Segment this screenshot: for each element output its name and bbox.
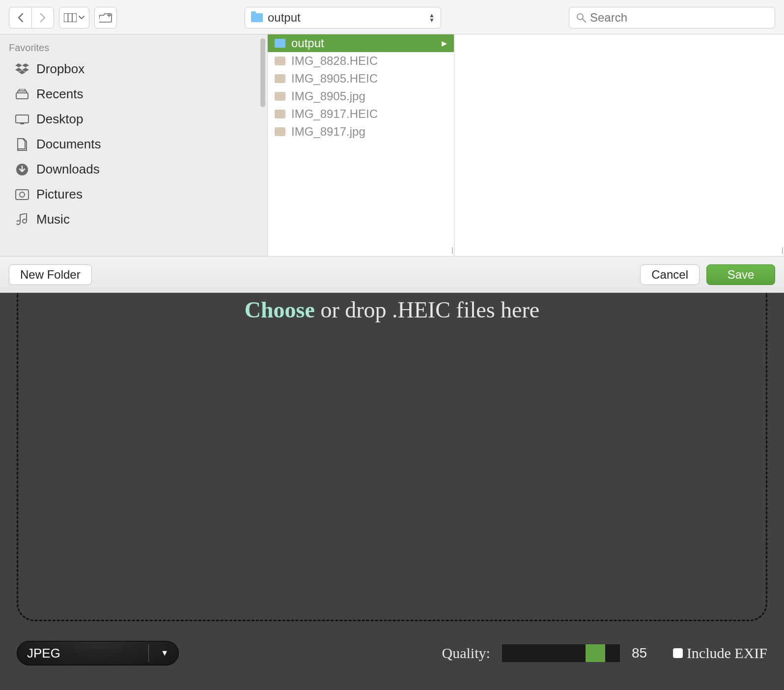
chevron-down-icon: ▼ [161,649,168,658]
preview-resize-grip[interactable]: || [782,246,782,254]
sidebar: Favorites DropboxRecentsDesktopDocuments… [0,34,268,256]
chevron-right-icon [39,13,46,23]
folder-icon [251,13,263,22]
file-thumbnail-icon [275,110,285,118]
search-icon [576,13,586,23]
back-button[interactable] [9,7,31,29]
format-label: JPEG [27,646,60,661]
file-thumbnail-icon [275,127,285,136]
svg-rect-9 [19,89,25,91]
svg-rect-10 [16,115,28,123]
quality-value: 85 [632,645,651,661]
sidebar-header: Favorites [0,39,267,57]
svg-rect-7 [16,93,28,99]
sidebar-item-pictures[interactable]: Pictures [0,182,267,207]
desktop-icon [15,113,29,126]
svg-line-6 [583,19,586,22]
sidebar-item-desktop[interactable]: Desktop [0,107,267,132]
converter-app: Choose or drop .HEIC files here JPEG ▼ Q… [0,293,784,690]
up-down-icon: ▲▼ [429,13,435,23]
checkbox-icon [673,648,683,658]
file-row[interactable]: IMG_8905.HEIC [268,70,454,87]
drop-rest-text: or drop .HEIC files here [315,297,539,322]
file-row[interactable]: IMG_8917.jpg [268,123,454,141]
choose-link[interactable]: Choose [245,297,315,322]
chevron-down-icon [79,16,84,20]
documents-icon [15,138,29,151]
dropbox-icon [15,63,29,76]
pictures-icon [15,188,29,201]
new-folder-toolbar-button[interactable] [94,7,117,29]
sidebar-item-downloads[interactable]: Downloads [0,157,267,182]
sidebar-item-label: Pictures [36,187,83,202]
sidebar-item-label: Recents [36,86,83,102]
sidebar-item-documents[interactable]: Documents [0,132,267,157]
sidebar-item-label: Downloads [36,162,100,177]
file-thumbnail-icon [275,92,285,101]
sidebar-scrollbar[interactable] [260,38,265,107]
include-exif-toggle[interactable]: Include EXIF [673,645,767,661]
music-icon [15,213,29,226]
downloads-icon [15,163,29,176]
path-dropdown[interactable]: output ▲▼ [245,7,441,29]
save-dialog: output ▲▼ Favorites DropboxRecentsDeskto… [0,0,784,293]
quality-label: Quality: [442,645,490,661]
row-label: IMG_8905.HEIC [291,72,378,86]
search-text-input[interactable] [590,11,768,25]
sidebar-item-music[interactable]: Music [0,207,267,232]
cancel-button[interactable]: Cancel [640,264,700,285]
column-resize-grip[interactable]: || [451,246,452,254]
file-thumbnail-icon [275,74,285,83]
dialog-toolbar: output ▲▼ [0,0,784,34]
column-view-icon [64,13,77,22]
row-label: IMG_8917.HEIC [291,107,378,121]
slider-handle[interactable] [586,644,605,662]
column-pane: output▶IMG_8828.HEICIMG_8905.HEICIMG_890… [268,34,454,256]
dialog-footer: New Folder Cancel Save [0,256,784,292]
new-folder-icon [99,13,112,23]
path-label: output [268,11,301,25]
svg-rect-11 [20,123,24,124]
svg-point-14 [20,192,25,197]
format-select[interactable]: JPEG ▼ [17,641,179,665]
controls-bar: JPEG ▼ Quality: 85 Include EXIF [17,636,767,670]
sidebar-item-recents[interactable]: Recents [0,82,267,107]
save-button[interactable]: Save [706,264,775,285]
file-row[interactable]: IMG_8905.jpg [268,87,454,105]
folder-icon [275,39,285,48]
chevron-right-icon: ▶ [442,39,447,47]
new-folder-button[interactable]: New Folder [9,264,92,285]
drop-text: Choose or drop .HEIC files here [245,297,539,620]
folder-row[interactable]: output▶ [268,34,454,52]
view-mode-button[interactable] [59,7,89,29]
exif-label: Include EXIF [687,645,767,661]
row-label: IMG_8828.HEIC [291,54,378,68]
forward-button[interactable] [31,7,54,29]
sidebar-item-label: Desktop [36,112,83,127]
sidebar-item-label: Dropbox [36,61,84,77]
file-thumbnail-icon [275,57,285,65]
recents-icon [15,88,29,101]
quality-slider[interactable] [502,644,620,662]
svg-rect-0 [64,13,77,22]
drop-zone[interactable]: Choose or drop .HEIC files here [17,293,767,621]
select-divider [148,644,149,662]
file-browser: Favorites DropboxRecentsDesktopDocuments… [0,34,784,256]
svg-rect-13 [16,190,28,200]
row-label: output [291,36,324,50]
svg-point-5 [577,14,583,20]
search-input[interactable] [569,7,775,29]
chevron-left-icon [17,13,24,23]
preview-pane: || [454,34,784,256]
nav-button-group [9,7,54,29]
row-label: IMG_8917.jpg [291,125,365,139]
sidebar-item-dropbox[interactable]: Dropbox [0,57,267,82]
sidebar-item-label: Documents [36,137,101,152]
row-label: IMG_8905.jpg [291,89,365,103]
file-row[interactable]: IMG_8828.HEIC [268,52,454,70]
sidebar-item-label: Music [36,212,70,227]
file-row[interactable]: IMG_8917.HEIC [268,105,454,123]
